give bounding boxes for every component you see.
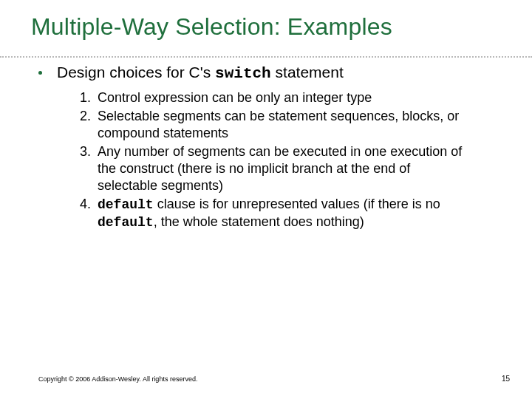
list-item: default clause is for unrepresented valu… — [95, 196, 466, 231]
list-item: Control expression can be only an intege… — [95, 89, 466, 106]
list-item-code: default — [98, 215, 154, 230]
bullet-text: Design choices for C's switch statement — [57, 63, 344, 83]
slide-body: Design choices for C's switch statement … — [0, 41, 532, 232]
list-item-text: Selectable segments can be statement seq… — [98, 109, 459, 140]
copyright-footer: Copyright © 2006 Addison-Wesley. All rig… — [38, 375, 197, 383]
numbered-list: Control expression can be only an intege… — [75, 89, 488, 231]
list-item: Any number of segments can be executed i… — [95, 143, 466, 194]
list-item: Selectable segments can be statement seq… — [95, 108, 466, 142]
bullet-item: Design choices for C's switch statement — [38, 63, 488, 83]
slide: Multiple-Way Selection: Examples Design … — [0, 0, 532, 399]
list-item-code: default — [98, 197, 154, 212]
slide-title: Multiple-Way Selection: Examples — [0, 0, 532, 41]
divider — [0, 56, 532, 58]
page-number: 15 — [502, 375, 510, 383]
bullet-icon — [38, 71, 42, 75]
bullet-text-pre: Design choices for C's — [57, 64, 215, 81]
bullet-code: switch — [215, 65, 271, 82]
list-item-text: clause is for unrepresented values (if t… — [154, 197, 440, 211]
list-item-text: , the whole statement does nothing) — [154, 214, 364, 229]
list-item-text: Control expression can be only an intege… — [98, 90, 372, 105]
list-item-text: Any number of segments can be executed i… — [98, 144, 462, 193]
bullet-text-post: statement — [271, 64, 344, 81]
